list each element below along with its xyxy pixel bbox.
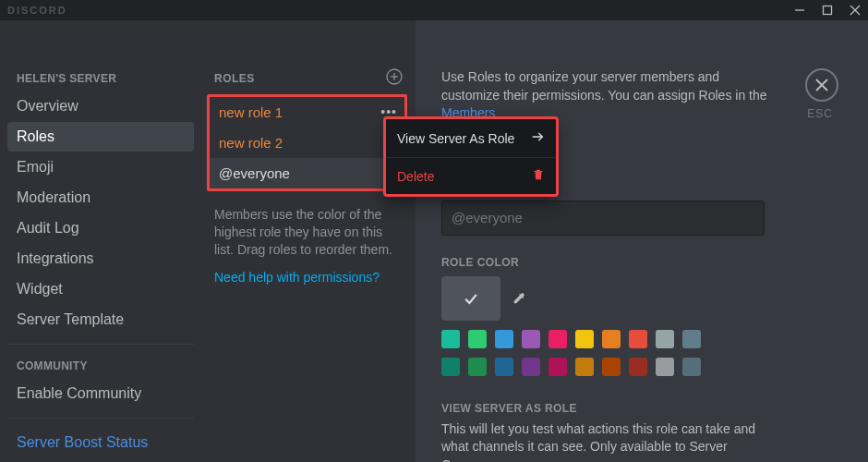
sidebar-item-overview[interactable]: Overview <box>7 91 194 121</box>
color-swatch[interactable] <box>575 358 594 376</box>
sidebar-category-server: HELEN'S SERVER <box>7 67 194 91</box>
color-swatch[interactable] <box>656 358 674 376</box>
sidebar-item-emoji[interactable]: Emoji <box>7 152 194 182</box>
sidebar-item-moderation[interactable]: Moderation <box>7 183 194 213</box>
sidebar-item-enable-community[interactable]: Enable Community <box>7 379 194 408</box>
sidebar-item-widget[interactable]: Widget <box>7 274 194 304</box>
window-controls <box>794 5 861 16</box>
role-context-menu: View Server As Role Delete <box>383 116 559 197</box>
minimize-button[interactable] <box>794 5 805 16</box>
role-item-everyone[interactable]: @everyone <box>210 158 404 188</box>
role-name-input[interactable]: @everyone <box>441 201 765 236</box>
sidebar-item-integrations[interactable]: Integrations <box>7 244 194 274</box>
add-role-button[interactable] <box>386 68 403 89</box>
color-swatch[interactable] <box>629 358 647 376</box>
view-server-as-role-body: This will let you test what actions this… <box>441 420 774 462</box>
roles-permissions-help-link[interactable]: Need help with permissions? <box>201 259 416 296</box>
context-delete-role[interactable]: Delete <box>386 158 556 194</box>
view-server-as-role-heading: VIEW SERVER AS ROLE <box>441 402 842 415</box>
color-swatch[interactable] <box>549 358 567 376</box>
sidebar-item-server-template[interactable]: Server Template <box>7 305 194 334</box>
sidebar-category-community: COMMUNITY <box>7 354 194 378</box>
color-swatch[interactable] <box>575 330 594 348</box>
roles-column: ROLES new role 1 ••• new role 2 @everyon… <box>201 20 416 462</box>
color-grid-row1 <box>441 330 737 348</box>
roles-help-text: Members use the color of the highest rol… <box>201 191 416 259</box>
close-settings-button[interactable] <box>805 68 838 102</box>
maximize-button[interactable] <box>822 5 833 16</box>
sidebar-item-audit-log[interactable]: Audit Log <box>7 213 194 243</box>
trash-icon <box>532 168 545 184</box>
color-swatch[interactable] <box>549 330 567 348</box>
arrow-right-icon <box>530 129 545 147</box>
sidebar-divider <box>7 344 194 345</box>
role-item[interactable]: new role 2 <box>210 128 404 158</box>
sidebar-item-server-boost[interactable]: Server Boost Status <box>7 428 194 457</box>
color-grid-row2 <box>441 358 737 376</box>
context-view-server-as-role[interactable]: View Server As Role <box>386 119 556 158</box>
color-swatch[interactable] <box>441 330 460 348</box>
color-swatch[interactable] <box>682 330 701 348</box>
close-window-button[interactable] <box>850 5 861 16</box>
color-swatch[interactable] <box>522 358 540 376</box>
color-swatch[interactable] <box>656 330 674 348</box>
role-label: new role 1 <box>219 104 283 120</box>
color-swatch[interactable] <box>495 358 513 376</box>
esc-label: ESC <box>807 107 833 120</box>
color-swatch[interactable] <box>682 358 701 376</box>
color-swatch[interactable] <box>441 358 460 376</box>
color-swatch[interactable] <box>522 330 540 348</box>
app-brand: DISCORD <box>7 5 67 16</box>
color-swatch[interactable] <box>602 330 621 348</box>
role-color-label: ROLE COLOR <box>441 256 842 269</box>
sidebar-item-roles[interactable]: Roles <box>7 122 194 152</box>
roles-list-highlight: new role 1 ••• new role 2 @everyone <box>207 94 407 191</box>
role-label: @everyone <box>219 165 290 181</box>
roles-header: ROLES <box>214 72 255 85</box>
color-swatch[interactable] <box>495 330 513 348</box>
color-swatch[interactable] <box>468 358 487 376</box>
color-swatch[interactable] <box>468 330 487 348</box>
settings-sidebar: HELEN'S SERVER Overview Roles Emoji Mode… <box>0 20 201 462</box>
default-color-swatch[interactable] <box>441 276 500 321</box>
role-settings-content: Use Roles to organize your server member… <box>416 20 868 462</box>
titlebar: DISCORD <box>0 0 868 20</box>
color-swatch[interactable] <box>629 330 647 348</box>
role-label: new role 2 <box>219 135 283 151</box>
role-item[interactable]: new role 1 ••• <box>210 97 404 128</box>
svg-rect-1 <box>824 6 832 15</box>
sidebar-divider <box>7 418 194 419</box>
roles-description: Use Roles to organize your server member… <box>441 68 774 123</box>
color-swatch[interactable] <box>602 358 621 376</box>
custom-color-picker[interactable] <box>506 276 532 321</box>
